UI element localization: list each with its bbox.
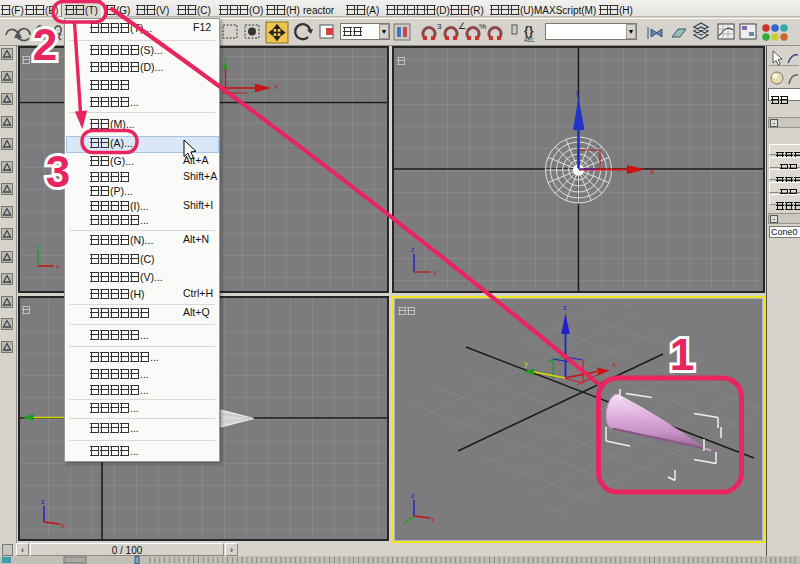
svg-text:z: z <box>575 88 579 97</box>
svg-text:z: z <box>563 303 567 312</box>
svg-text:x: x <box>61 522 65 529</box>
svg-text:y: y <box>35 242 39 250</box>
svg-text:x: x <box>274 82 278 91</box>
svg-text:x: x <box>433 269 437 276</box>
svg-text:z: z <box>41 498 45 505</box>
svg-text:x: x <box>56 263 60 270</box>
svg-text:x: x <box>431 516 435 523</box>
svg-text:z: z <box>411 246 415 253</box>
svg-text:z: z <box>411 492 415 499</box>
svg-text:y: y <box>524 359 528 368</box>
svg-text:x: x <box>650 166 655 176</box>
svg-text:x: x <box>612 360 616 369</box>
